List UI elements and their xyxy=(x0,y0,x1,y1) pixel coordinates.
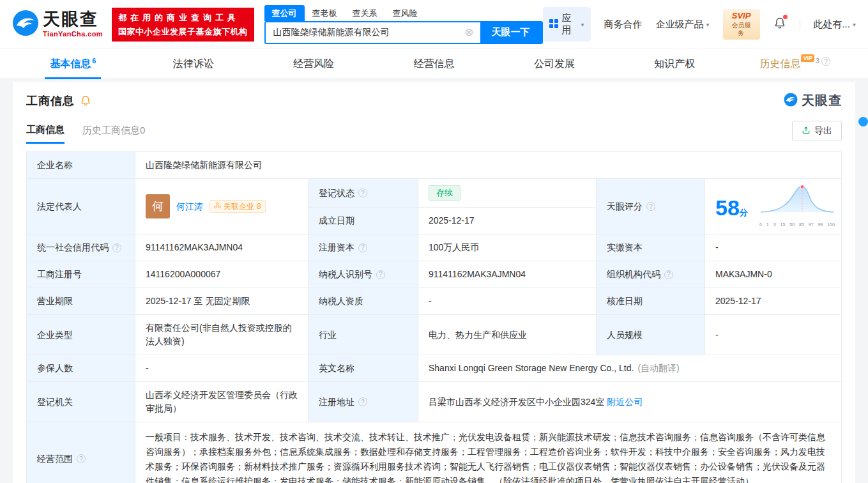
notification-bell-button[interactable] xyxy=(773,16,786,33)
field-label-establish-date: 成立日期 xyxy=(308,208,418,234)
search-tab-company[interactable]: 查公司 xyxy=(264,5,305,21)
score-value[interactable]: 58分 xyxy=(715,197,748,218)
monitor-bell-icon[interactable] xyxy=(80,95,91,107)
subtab-history-label: 历史工商信息 xyxy=(82,125,140,135)
search-tab-risk[interactable]: 查风险 xyxy=(385,5,425,21)
tianyancha-company-page: 天眼查 TianYanCha.com 都在用的商业查询工具 国家中小企业发展子基… xyxy=(0,0,868,483)
field-label-reg-status: 登记状态? xyxy=(308,179,418,208)
notification-red-dot xyxy=(783,15,788,19)
chevron-down-icon: ▾ xyxy=(853,21,856,28)
help-icon[interactable]: ? xyxy=(646,202,655,211)
label-text: 注册资本 xyxy=(319,241,354,254)
field-value-reg-address: 吕梁市山西孝义经济开发区中小企业园324室 附近公司 xyxy=(418,382,842,422)
subtab-history-count: 0 xyxy=(140,125,145,135)
search-button[interactable]: 天眼一下 xyxy=(480,22,542,43)
label-text: 组织机构代码 xyxy=(607,268,660,281)
help-icon[interactable]: ? xyxy=(821,57,830,66)
related-companies-badge[interactable]: 关联企业 8 xyxy=(209,200,266,213)
chevron-down-icon: ▾ xyxy=(581,21,584,28)
value-text: 电力、热力生产和供应业 xyxy=(429,328,527,342)
field-value-legal-rep: 何 何江涛 关联企业 8 xyxy=(135,179,308,234)
help-icon[interactable]: ? xyxy=(358,243,367,252)
export-icon xyxy=(802,126,811,137)
label-text: 成立日期 xyxy=(319,214,354,227)
clear-search-icon[interactable]: ⊗ xyxy=(464,27,473,38)
label-text: 营业期限 xyxy=(37,295,73,308)
header-right-nav: 应用 ▾ 商务合作 企业级产品 ▾ SVIP 会员服务 此处有... ▾ xyxy=(543,7,856,42)
field-label-company-name: 企业名称 xyxy=(27,152,135,179)
subtab-history-business-info[interactable]: 历史工商信息0 xyxy=(82,125,145,144)
field-value-score: 58分 0131550859799100 xyxy=(705,179,842,234)
field-label-reg-address: 注册地址? xyxy=(308,382,418,422)
field-label-org-code: 组织机构代码? xyxy=(597,261,705,288)
help-icon[interactable]: ? xyxy=(664,270,673,279)
apps-menu-button[interactable]: 应用 ▾ xyxy=(543,7,591,42)
search-tab-relation[interactable]: 查关系 xyxy=(345,5,385,21)
legal-rep-name-link[interactable]: 何江涛 xyxy=(176,200,203,213)
tab-basic-info[interactable]: 基本信息6 xyxy=(13,49,133,79)
tab-operation-label: 经营信息 xyxy=(413,57,454,71)
field-value-company-type: 有限责任公司(非自然人投资或控股的法人独资) xyxy=(135,315,308,355)
label-text: 参保人数 xyxy=(37,362,73,375)
field-label-legal-rep: 法定代表人 xyxy=(27,179,135,234)
field-value-insured-count: - xyxy=(135,355,308,382)
help-icon[interactable]: ? xyxy=(358,188,367,197)
subtab-current-business-info[interactable]: 工商信息 xyxy=(26,124,65,144)
tab-history-label: 历史信息 xyxy=(759,57,800,71)
field-value-english-name: Shanxi Longqi Green Storage New Energy C… xyxy=(418,355,842,382)
field-label-taxpayer-quality: 纳税人资质 xyxy=(308,288,418,315)
label-text: 法定代表人 xyxy=(37,200,82,213)
business-info-card: 工商信息 天眼查 工商信息 历史工商信息0 导出 xyxy=(13,82,855,483)
chevron-down-icon: ▾ xyxy=(706,21,710,28)
tab-legal-label: 法律诉讼 xyxy=(173,57,214,71)
enterprise-product-menu[interactable]: 企业级产品 ▾ xyxy=(656,19,710,31)
tab-operation-risk[interactable]: 经营风险 xyxy=(254,49,374,79)
help-icon[interactable]: ? xyxy=(77,454,86,463)
logo-cn: 天眼查 xyxy=(43,11,103,28)
user-account-menu[interactable]: 此处有... ▾ xyxy=(813,19,856,31)
address-text: 吕梁市山西孝义经济开发区中小企业园324室 xyxy=(429,395,604,409)
search-input[interactable] xyxy=(266,22,465,43)
business-info-table: 企业名称 山西隆棨绿储新能源有限公司 法定代表人 何 何江涛 关联企业 8 登记… xyxy=(26,151,842,483)
tab-development-label: 公司发展 xyxy=(534,57,575,71)
label-text: 天眼评分 xyxy=(607,200,643,213)
label-text: 纳税人资质 xyxy=(319,295,363,308)
field-value-reg-status: 存续 xyxy=(418,179,597,208)
svip-membership-button[interactable]: SVIP 会员服务 xyxy=(723,9,760,39)
enterprise-product-label: 企业级产品 xyxy=(656,19,704,31)
nearby-companies-link[interactable]: 附近公司 xyxy=(607,395,643,409)
field-label-paid-capital: 实缴资本 xyxy=(597,234,705,261)
help-icon[interactable]: ? xyxy=(358,397,367,406)
business-cooperation-link[interactable]: 商务合作 xyxy=(604,19,643,31)
legal-rep-avatar[interactable]: 何 xyxy=(146,194,170,218)
label-text: 经营范围 xyxy=(37,452,73,466)
tab-legal-proceedings[interactable]: 法律诉讼 xyxy=(133,49,253,79)
export-button[interactable]: 导出 xyxy=(792,121,842,141)
field-value-taxpayer-id: 91141162MAK3AJMN04 xyxy=(418,261,597,288)
field-label-industry: 行业 xyxy=(308,315,418,355)
field-value-taxpayer-quality: - xyxy=(418,288,597,315)
tab-intellectual-property[interactable]: 知识产权 xyxy=(614,49,735,79)
search-tab-boss[interactable]: 查老板 xyxy=(305,5,345,21)
search-type-tabs: 查公司 查老板 查关系 查风险 xyxy=(264,5,543,21)
label-text: 实缴资本 xyxy=(607,241,643,254)
field-value-reg-number: 14116200A000067 xyxy=(135,261,308,288)
field-value-establish-date: 2025-12-17 xyxy=(418,208,597,234)
floating-widget-button[interactable] xyxy=(858,117,868,126)
tab-company-development[interactable]: 公司发展 xyxy=(494,49,614,79)
tab-operation-info[interactable]: 经营信息 xyxy=(374,49,494,79)
label-text: 登记机关 xyxy=(37,395,73,409)
tab-history-info[interactable]: 历史信息 VIP 3 ? xyxy=(735,49,855,79)
search-box: ⊗ 天眼一下 xyxy=(264,21,543,44)
tianyancha-logo[interactable]: 天眼查 TianYanCha.com xyxy=(12,10,103,39)
top-header: 天眼查 TianYanCha.com 都在用的商业查询工具 国家中小企业发展子基… xyxy=(0,0,868,49)
vip-tag: VIP xyxy=(801,54,814,62)
business-scope-text: 一般项目：技术服务、技术开发、技术咨询、技术交流、技术转让、技术推广；光伏发电设… xyxy=(146,432,825,483)
label-text: 行业 xyxy=(319,328,337,342)
help-icon[interactable]: ? xyxy=(112,243,121,252)
export-label: 导出 xyxy=(814,125,832,137)
help-icon[interactable]: ? xyxy=(376,270,385,279)
value-text: MAK3AJMN-0 xyxy=(715,268,772,281)
english-name-value: Shanxi Longqi Green Storage New Energy C… xyxy=(429,362,634,375)
watermark-logo-icon xyxy=(784,93,798,109)
